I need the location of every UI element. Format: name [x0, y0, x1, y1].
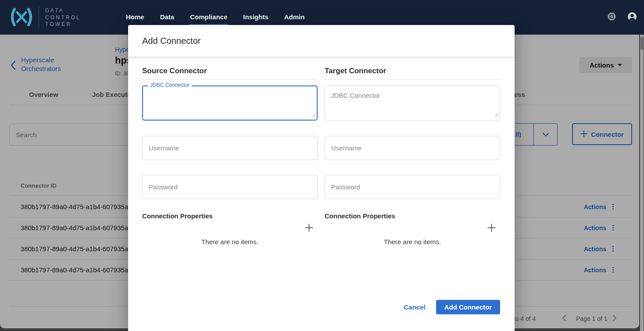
- target-empty-text: There are no items.: [325, 238, 500, 246]
- source-connector-column: Source Connector JDBC Connector Connecti…: [142, 57, 318, 331]
- logo-wordmark: DATA CONTROL TOWER: [45, 7, 81, 28]
- source-username-input[interactable]: [142, 136, 318, 160]
- cancel-button[interactable]: Cancel: [404, 303, 425, 311]
- dct-logo-icon[interactable]: [9, 7, 34, 29]
- nav-item-admin[interactable]: Admin: [283, 10, 306, 25]
- target-add-property-button[interactable]: [486, 222, 497, 234]
- account-avatar-icon[interactable]: [627, 12, 637, 23]
- modal-footer: Cancel Add Connector: [404, 300, 500, 314]
- add-connector-submit-button[interactable]: Add Connector: [436, 300, 500, 314]
- logo-divider: [39, 6, 39, 28]
- nav-item-home[interactable]: Home: [125, 10, 145, 25]
- source-section-title: Source Connector: [142, 67, 318, 80]
- target-properties-title: Connection Properties: [325, 212, 500, 220]
- nav-item-insights[interactable]: Insights: [242, 10, 269, 25]
- source-add-property-button[interactable]: [303, 222, 315, 234]
- source-empty-text: There are no items.: [142, 238, 318, 246]
- target-section-title: Target Connector: [325, 67, 500, 80]
- modal-title: Add Connector: [142, 36, 200, 46]
- source-jdbc-field: JDBC Connector: [142, 85, 318, 121]
- modal-header: Add Connector: [128, 25, 515, 57]
- target-jdbc-field: [325, 85, 500, 121]
- target-password-input[interactable]: [325, 175, 500, 199]
- source-password-input[interactable]: [142, 175, 318, 199]
- add-connector-modal: Add Connector Source Connector JDBC Conn…: [128, 25, 515, 331]
- nav-item-compliance[interactable]: Compliance: [189, 10, 228, 25]
- target-connector-column: Target Connector Connection Properties T…: [325, 57, 500, 331]
- source-jdbc-label: JDBC Connector: [148, 82, 192, 88]
- settings-chip-icon[interactable]: [607, 12, 616, 23]
- target-jdbc-textarea[interactable]: [325, 85, 500, 121]
- source-jdbc-textarea[interactable]: [142, 85, 318, 121]
- source-properties-title: Connection Properties: [142, 212, 318, 220]
- nav-item-data[interactable]: Data: [159, 10, 175, 25]
- target-username-input[interactable]: [325, 136, 500, 160]
